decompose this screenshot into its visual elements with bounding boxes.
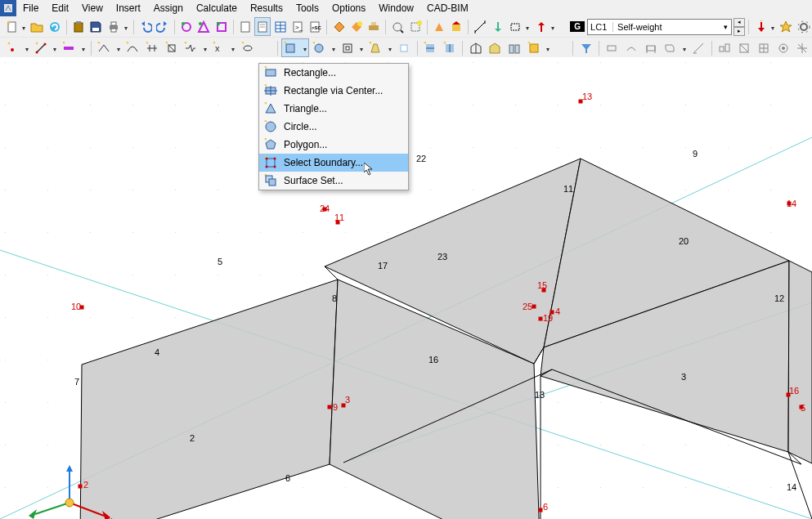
menu-view[interactable]: View <box>75 0 110 16</box>
tool-a1[interactable] <box>178 17 195 36</box>
tool-e7[interactable] <box>238 38 257 57</box>
ctx-item-triangle[interactable]: Triangle... <box>259 100 408 118</box>
view-elm-1[interactable] <box>603 38 621 57</box>
node-2[interactable] <box>79 485 83 489</box>
menu-insert[interactable]: Insert <box>110 0 147 16</box>
tool-f5[interactable] <box>395 38 414 57</box>
ctx-item-rect-center[interactable]: Rectangle via Center... <box>259 82 408 100</box>
redo-button[interactable] <box>155 17 171 36</box>
tool-e6[interactable]: x <box>210 38 238 57</box>
lc-prev[interactable]: ◂ <box>733 18 745 27</box>
measure-button[interactable] <box>472 17 488 36</box>
menu-window[interactable]: Window <box>372 0 420 16</box>
open-button[interactable] <box>29 17 45 36</box>
settings-btn[interactable] <box>795 17 811 36</box>
filter-button[interactable] <box>576 38 595 57</box>
svg-point-78 <box>244 46 252 51</box>
script-button[interactable]: >_ <box>289 17 306 36</box>
tool-g1[interactable] <box>421 38 440 57</box>
toolbar-row-2: x <box>0 38 812 59</box>
exp-btn[interactable] <box>532 17 557 36</box>
tool-e4[interactable] <box>162 38 181 57</box>
node-6[interactable] <box>539 508 543 512</box>
node-label-9: 9 <box>333 402 338 412</box>
tool-h4[interactable] <box>525 38 553 57</box>
menu-calculate[interactable]: Calculate <box>190 0 244 16</box>
menu-edit[interactable]: Edit <box>45 0 75 16</box>
load-case-select[interactable]: LC1 Self-weight ▾ <box>587 19 732 35</box>
tool-h2[interactable] <box>486 38 505 57</box>
node-25[interactable] <box>532 305 536 309</box>
new-button[interactable] <box>3 17 28 36</box>
menu-results[interactable]: Results <box>244 0 289 16</box>
tool-c1[interactable] <box>389 17 406 36</box>
tool-e5[interactable] <box>182 38 209 57</box>
tool-a3[interactable] <box>213 17 230 36</box>
undo-button[interactable] <box>137 17 153 36</box>
new-member-button[interactable] <box>60 38 87 57</box>
tables-button[interactable] <box>271 17 288 36</box>
svg-point-38 <box>417 20 422 25</box>
lc-spinner[interactable]: ◂ ▸ <box>733 18 745 36</box>
ctx-item-polygon[interactable]: Polygon... <box>259 136 408 154</box>
loads-btn[interactable] <box>752 17 777 36</box>
view-k2[interactable] <box>735 38 754 57</box>
lc-next[interactable]: ▸ <box>733 27 745 36</box>
menu-file[interactable]: File <box>16 0 45 16</box>
tool-e2[interactable] <box>123 38 142 57</box>
view-ctrl-button[interactable] <box>507 17 532 36</box>
tool-d2[interactable] <box>448 17 464 36</box>
menu-cad-bim[interactable]: CAD-BIM <box>420 0 475 16</box>
menu-assign[interactable]: Assign <box>147 0 190 16</box>
node-19[interactable] <box>539 317 543 321</box>
ctx-item-circle[interactable]: Circle... <box>259 118 408 136</box>
new-node-button[interactable] <box>3 38 31 57</box>
view-k3[interactable] <box>754 38 773 57</box>
tool-h3[interactable] <box>505 38 524 57</box>
paste-button[interactable] <box>70 17 87 36</box>
node-label-14: 14 <box>787 199 796 208</box>
view-elm-4[interactable] <box>661 38 689 57</box>
sc-button[interactable]: >SC <box>307 17 323 36</box>
doc-btn-1[interactable] <box>237 17 253 36</box>
tool-e3[interactable] <box>143 38 162 57</box>
tool-d1[interactable] <box>431 17 447 36</box>
svg-rect-85 <box>346 47 349 50</box>
ctx-item-surface-set[interactable]: Surface Set... <box>259 172 408 190</box>
tool-e1[interactable] <box>95 38 123 57</box>
new-surface-button[interactable] <box>281 38 309 57</box>
menu-tools[interactable]: Tools <box>289 0 325 16</box>
imp-btn[interactable] <box>490 17 506 36</box>
tool-f2[interactable] <box>310 38 338 57</box>
tool-a2[interactable] <box>195 17 212 36</box>
surface-context-menu[interactable]: Rectangle...Rectangle via Center...Trian… <box>258 63 409 190</box>
svg-marker-151 <box>266 104 276 113</box>
menu-options[interactable]: Options <box>325 0 372 16</box>
ctx-item-rectangle[interactable]: Rectangle... <box>259 64 408 82</box>
view-elm-5[interactable] <box>689 38 708 57</box>
print-button[interactable] <box>105 17 129 36</box>
tool-c2[interactable] <box>407 17 424 36</box>
node-9[interactable] <box>328 405 332 409</box>
view-k4[interactable] <box>774 38 792 57</box>
tool-f3[interactable] <box>339 38 366 57</box>
refresh-button[interactable] <box>47 17 63 36</box>
tool-b3[interactable] <box>366 17 382 36</box>
line-label-8: 8 <box>332 293 337 303</box>
ctx-item-boundary[interactable]: Select Boundary... <box>259 154 408 172</box>
new-line-button[interactable] <box>32 38 60 57</box>
tool-g2[interactable] <box>441 38 460 57</box>
tool-h1[interactable] <box>466 38 485 57</box>
save-button[interactable] <box>87 17 104 36</box>
view-elm-2[interactable] <box>622 38 641 57</box>
svg-marker-61 <box>35 42 38 45</box>
wizard-btn[interactable] <box>778 17 794 36</box>
tool-b1[interactable] <box>330 17 347 36</box>
view-elm-3[interactable] <box>642 38 661 57</box>
view-k1[interactable] <box>716 38 734 57</box>
view-k5[interactable] <box>793 38 812 57</box>
tool-f4[interactable] <box>366 38 394 57</box>
menubar[interactable]: FileEditViewInsertAssignCalculateResults… <box>0 0 812 16</box>
tool-b2[interactable] <box>348 17 365 36</box>
doc-btn-2[interactable] <box>254 17 271 36</box>
